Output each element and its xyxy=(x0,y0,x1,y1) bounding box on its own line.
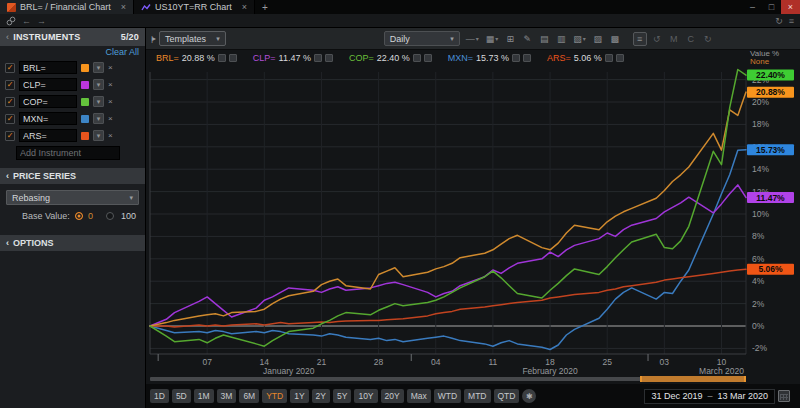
base-value-0-radio[interactable] xyxy=(75,212,83,220)
instrument-checkbox[interactable]: ✓ xyxy=(5,114,15,124)
period-button-10y[interactable]: 10Y xyxy=(354,389,377,403)
series-color-chip[interactable] xyxy=(81,115,89,123)
period-button-max[interactable]: Max xyxy=(407,389,431,403)
instrument-name-input[interactable] xyxy=(19,78,77,91)
undo-button[interactable]: ↺ xyxy=(650,32,664,46)
instrument-name-input[interactable] xyxy=(19,129,77,142)
series-options-icon[interactable]: ▾ xyxy=(93,62,104,73)
close-tab-icon[interactable]: × xyxy=(121,2,126,12)
series-settings-icon[interactable] xyxy=(512,54,520,62)
refresh-icon[interactable]: ↻ xyxy=(775,16,783,26)
options-header[interactable]: ‹ OPTIONS xyxy=(0,235,145,251)
remove-instrument-icon[interactable]: × xyxy=(108,114,113,123)
instrument-checkbox[interactable]: ✓ xyxy=(5,131,15,141)
period-button-20y[interactable]: 20Y xyxy=(381,389,404,403)
remove-instrument-icon[interactable]: × xyxy=(108,97,113,106)
series-color-chip[interactable] xyxy=(81,81,89,89)
line-style-button[interactable]: —▾ xyxy=(464,32,481,46)
redo-button[interactable]: ↻ xyxy=(701,32,715,46)
date-from: 31 Dec 2019 xyxy=(651,391,702,401)
minimize-button[interactable]: – xyxy=(743,0,762,14)
series-delete-icon[interactable] xyxy=(229,54,237,62)
period-button-1m[interactable]: 1M xyxy=(194,389,214,403)
series-color-chip[interactable] xyxy=(81,64,89,72)
clear-all-link[interactable]: Clear All xyxy=(105,47,139,59)
series-settings-icon[interactable] xyxy=(413,54,421,62)
instrument-checkbox[interactable]: ✓ xyxy=(5,97,15,107)
new-tab-button[interactable]: + xyxy=(255,0,275,14)
save-chart-button[interactable]: ▥ xyxy=(554,32,568,46)
price-series-header[interactable]: ‹ PRICE SERIES xyxy=(0,168,145,184)
date-range-box[interactable]: 31 Dec 2019 – 13 Mar 2020 xyxy=(644,389,775,404)
collapse-section-icon[interactable]: ‹ xyxy=(6,238,9,248)
chart-type-button[interactable]: ▦▾ xyxy=(484,32,501,46)
compare-button[interactable]: C xyxy=(684,32,698,46)
price-chart[interactable]: 22%20%18%16%14%12%10%8%6%4%2%0%-2%15.73%… xyxy=(146,68,800,375)
y-tick-label: 10% xyxy=(752,209,769,219)
series-delete-icon[interactable] xyxy=(424,54,432,62)
scrollbar-range-thumb[interactable] xyxy=(640,376,746,382)
instrument-checkbox[interactable]: ✓ xyxy=(5,63,15,73)
series-color-chip[interactable] xyxy=(81,98,89,106)
period-button-5y[interactable]: 5Y xyxy=(333,389,351,403)
remove-instrument-icon[interactable]: × xyxy=(108,131,113,140)
series-delete-icon[interactable] xyxy=(325,54,333,62)
instrument-name-input[interactable] xyxy=(19,61,77,74)
value-axis-title: Value % None xyxy=(750,50,779,66)
instrument-name-input[interactable] xyxy=(19,95,77,108)
expand-sidebar-icon[interactable]: |▸ xyxy=(151,34,155,43)
series-options-icon[interactable]: ▾ xyxy=(93,113,104,124)
settings-gear-button[interactable]: ✱ xyxy=(522,389,536,403)
series-delete-icon[interactable] xyxy=(616,54,624,62)
calendar-icon[interactable] xyxy=(778,390,790,402)
open-chart-button[interactable]: ▤ xyxy=(537,32,551,46)
forward-button[interactable]: → xyxy=(37,16,46,26)
instruments-header[interactable]: ‹ INSTRUMENTS 5/20 xyxy=(0,28,145,46)
annotation-button[interactable]: ✎ xyxy=(520,32,534,46)
remove-instrument-icon[interactable]: × xyxy=(108,63,113,72)
series-delete-icon[interactable] xyxy=(523,54,531,62)
series-options-icon[interactable]: ▾ xyxy=(93,96,104,107)
undo-icon: ↺ xyxy=(653,34,661,44)
close-window-button[interactable]: × xyxy=(781,0,800,14)
series-options-icon[interactable]: ▾ xyxy=(93,130,104,141)
properties-button[interactable]: ≡ xyxy=(633,32,647,46)
period-button-5d[interactable]: 5D xyxy=(172,389,191,403)
rebasing-select[interactable]: Rebasing ▾ xyxy=(6,190,139,205)
period-button-ytd[interactable]: YTD xyxy=(262,389,287,403)
period-button-mtd[interactable]: MTD xyxy=(464,389,490,403)
back-button[interactable]: ← xyxy=(22,16,31,26)
series-settings-icon[interactable] xyxy=(218,54,226,62)
interval-select[interactable]: Daily ▾ xyxy=(384,31,460,46)
period-button-qtd[interactable]: QTD xyxy=(494,389,520,403)
period-button-1d[interactable]: 1D xyxy=(150,389,169,403)
tab-financial-chart[interactable]: BRL= / Financial Chart × xyxy=(0,0,134,14)
remove-instrument-icon[interactable]: × xyxy=(108,80,113,89)
period-button-6m[interactable]: 6M xyxy=(239,389,259,403)
maximize-chart-button[interactable]: M xyxy=(667,32,681,46)
export-image-button[interactable]: ▧▾ xyxy=(571,32,588,46)
period-button-3m[interactable]: 3M xyxy=(217,389,237,403)
layout-button[interactable]: ⊞ xyxy=(503,32,517,46)
restore-button[interactable]: □ xyxy=(762,0,781,14)
period-button-2y[interactable]: 2Y xyxy=(312,389,330,403)
analyze-button[interactable]: ▩ xyxy=(608,32,622,46)
collapse-section-icon[interactable]: ‹ xyxy=(6,32,9,42)
add-instrument-input[interactable] xyxy=(16,146,120,160)
copy-chart-button[interactable]: ▨ xyxy=(591,32,605,46)
instrument-checkbox[interactable]: ✓ xyxy=(5,80,15,90)
instrument-name-input[interactable] xyxy=(19,112,77,125)
app-menu-icon[interactable]: ≡ xyxy=(789,16,794,26)
base-value-100-radio[interactable] xyxy=(106,212,114,220)
series-color-chip[interactable] xyxy=(81,132,89,140)
period-button-1y[interactable]: 1Y xyxy=(290,389,308,403)
period-button-wtd[interactable]: WTD xyxy=(434,389,461,403)
series-settings-icon[interactable] xyxy=(605,54,613,62)
close-tab-icon[interactable]: × xyxy=(242,2,247,12)
tab-us10yt-chart[interactable]: US10YT=RR Chart × xyxy=(134,0,255,14)
collapse-section-icon[interactable]: ‹ xyxy=(6,171,9,181)
series-options-icon[interactable]: ▾ xyxy=(93,79,104,90)
series-settings-icon[interactable] xyxy=(314,54,322,62)
link-channel-icon[interactable] xyxy=(6,16,16,26)
templates-button[interactable]: Templates ▾ xyxy=(159,31,226,46)
